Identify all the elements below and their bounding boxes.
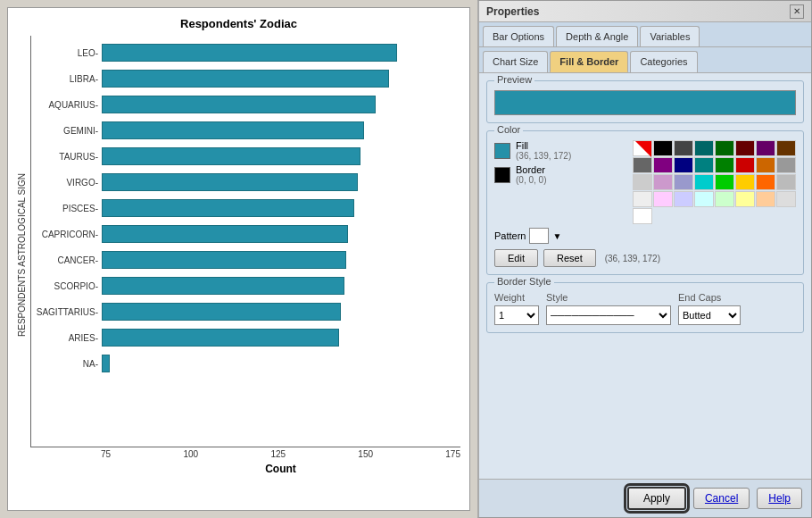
palette-cell[interactable] [674, 140, 693, 156]
palette-cell[interactable] [674, 174, 693, 190]
close-button[interactable]: ✕ [790, 4, 804, 19]
palette-cell[interactable] [715, 191, 734, 207]
bar [102, 173, 358, 191]
palette-cell[interactable] [776, 140, 796, 156]
bar-row: CAPRICORN- [31, 221, 460, 246]
bar [102, 44, 397, 62]
bar-label: SCORPIO- [31, 281, 98, 291]
palette-no-fill[interactable] [633, 140, 652, 156]
tab-depth-angle[interactable]: Depth & Angle [556, 26, 638, 46]
tab-bar-options[interactable]: Bar Options [483, 26, 554, 46]
tab-row-1: Bar Options Depth & Angle Variables [479, 22, 811, 47]
palette-cell[interactable] [715, 140, 734, 156]
bar [102, 121, 364, 139]
x-axis-ticks: 75100125150175 [101, 449, 460, 459]
panel-titlebar: Properties ✕ [479, 1, 811, 22]
bar-label: GEMINI- [31, 126, 98, 136]
pattern-dropdown-icon[interactable]: ▼ [552, 231, 561, 241]
bar-label: PISCES- [31, 204, 98, 213]
bar-row: ARIES- [31, 325, 460, 350]
cancel-button[interactable]: Cancel [693, 488, 750, 509]
palette-cell[interactable] [776, 174, 796, 190]
bar [102, 329, 339, 347]
style-select[interactable]: ──────────── - - - - - - · · · · · · [546, 305, 671, 325]
palette-cell[interactable] [694, 140, 714, 156]
palette-cell[interactable] [756, 191, 775, 207]
fill-rgb: (36, 139, 172) [516, 151, 571, 161]
palette-cell[interactable] [694, 191, 714, 207]
palette-cell[interactable] [715, 174, 734, 190]
palette-cell[interactable] [694, 174, 714, 190]
bar-row: LEO- [31, 40, 460, 65]
chart-area: Respondents' Zodiac RESPONDENTS ASTROLOG… [0, 0, 477, 518]
palette-cell[interactable] [633, 157, 652, 173]
y-axis-label: RESPONDENTS ASTROLOGICAL SIGN [17, 173, 27, 337]
fill-label: Fill [516, 140, 571, 151]
color-palette-wrapper [633, 140, 796, 224]
weight-label: Weight [494, 292, 539, 303]
palette-cell[interactable] [756, 140, 775, 156]
bar [102, 251, 346, 269]
apply-button[interactable]: Apply [627, 487, 686, 510]
palette-cell[interactable] [653, 191, 673, 207]
pattern-row: Pattern ▼ [494, 228, 796, 244]
palette-cell[interactable] [633, 191, 652, 207]
bar-label: ARIES- [31, 333, 98, 343]
bar-label: SAGITTARIUS- [31, 307, 98, 317]
border-color-box[interactable] [494, 167, 510, 183]
fill-color-box[interactable] [494, 143, 510, 159]
palette-cell[interactable] [756, 157, 775, 173]
x-tick: 75 [101, 449, 111, 459]
palette-cell[interactable] [776, 157, 796, 173]
tab-fill-border[interactable]: Fill & Border [550, 51, 628, 72]
palette-cell[interactable] [735, 174, 755, 190]
bar-label: CANCER- [31, 255, 98, 265]
x-axis-label: Count [101, 463, 460, 475]
tab-categories[interactable]: Categories [630, 51, 697, 72]
palette-cell[interactable] [653, 157, 673, 173]
border-style-row: Weight 1 2 3 Style ──────────── - - - - … [494, 292, 796, 325]
endcaps-select[interactable]: Butted Round Square [678, 305, 741, 325]
chart-body: LEO-LIBRA-AQUARIUS-GEMINI-TAURUS-VIRGO-P… [30, 36, 460, 475]
palette-cell[interactable] [633, 174, 652, 190]
reset-button[interactable]: Reset [543, 249, 596, 267]
pattern-label: Pattern [494, 230, 526, 241]
weight-select[interactable]: 1 2 3 [494, 305, 539, 325]
bar [102, 277, 344, 295]
palette-cell[interactable] [735, 191, 755, 207]
palette-cell[interactable] [653, 174, 673, 190]
bar [102, 225, 348, 243]
chart-container: Respondents' Zodiac RESPONDENTS ASTROLOG… [7, 7, 470, 511]
palette-cell[interactable] [776, 191, 796, 207]
style-label: Style [546, 292, 671, 303]
rgb-display: (36, 139, 172) [605, 254, 660, 263]
help-button[interactable]: Help [757, 488, 802, 509]
bar-row: GEMINI- [31, 118, 460, 143]
edit-button[interactable]: Edit [494, 249, 538, 267]
palette-cell[interactable] [633, 208, 652, 224]
border-row: Border (0, 0, 0) [494, 164, 626, 185]
bar-label: VIRGO- [31, 178, 98, 188]
palette-cell[interactable] [715, 157, 734, 173]
weight-group: Weight 1 2 3 [494, 292, 539, 325]
palette-cell[interactable] [694, 157, 714, 173]
palette-cell[interactable] [756, 174, 775, 190]
color-swatch-area: Fill (36, 139, 172) Border (0, 0, 0) [494, 140, 626, 224]
palette-cell[interactable] [735, 140, 755, 156]
bar-label: NA- [31, 359, 98, 369]
endcaps-group: End Caps Butted Round Square [678, 292, 741, 325]
preview-section: Preview [486, 80, 804, 123]
palette-cell[interactable] [653, 140, 673, 156]
x-tick: 150 [358, 449, 373, 459]
tab-row-2: Chart Size Fill & Border Categories [479, 47, 811, 73]
fill-row: Fill (36, 139, 172) [494, 140, 626, 161]
pattern-box[interactable] [529, 228, 549, 244]
tab-variables[interactable]: Variables [640, 26, 700, 46]
palette-cell[interactable] [735, 157, 755, 173]
x-tick: 100 [183, 449, 198, 459]
palette-cell[interactable] [674, 191, 693, 207]
bar-label: AQUARIUS- [31, 100, 98, 110]
bar [102, 355, 110, 372]
tab-chart-size[interactable]: Chart Size [483, 51, 548, 72]
palette-cell[interactable] [674, 157, 693, 173]
